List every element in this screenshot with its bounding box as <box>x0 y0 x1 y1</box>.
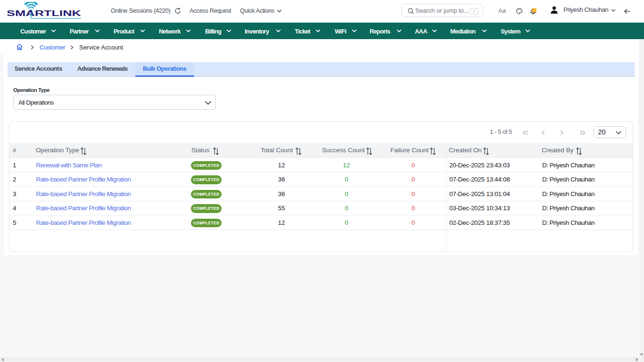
svg-text:SMARTLINK: SMARTLINK <box>7 9 81 17</box>
